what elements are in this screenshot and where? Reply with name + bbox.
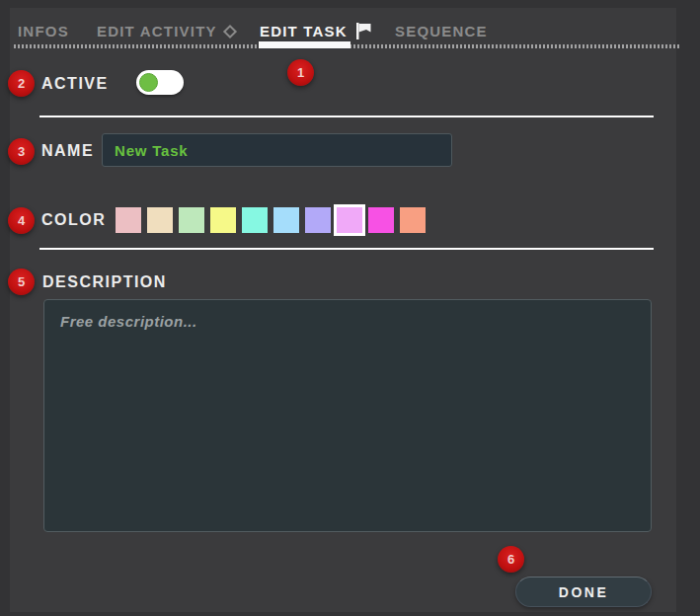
color-swatches bbox=[116, 207, 426, 233]
tab-infos[interactable]: INFOS bbox=[18, 23, 69, 39]
active-tab-underline bbox=[259, 41, 350, 48]
flag-icon bbox=[356, 23, 373, 39]
color-swatch-9[interactable] bbox=[368, 207, 394, 233]
tab-sequence[interactable]: SEQUENCE bbox=[395, 23, 488, 39]
section-divider bbox=[39, 116, 654, 117]
annotation-badge-3: 3 bbox=[8, 138, 35, 165]
annotation-badge-2: 2 bbox=[8, 70, 35, 97]
toggle-knob bbox=[139, 73, 158, 92]
color-swatch-1[interactable] bbox=[116, 207, 141, 233]
color-swatch-6[interactable] bbox=[273, 207, 299, 233]
description-label: DESCRIPTION bbox=[42, 273, 167, 291]
annotation-badge-5: 5 bbox=[8, 269, 35, 295]
name-label: NAME bbox=[41, 142, 94, 160]
description-textarea[interactable] bbox=[43, 299, 652, 532]
annotation-badge-1: 1 bbox=[287, 59, 314, 86]
color-swatch-7[interactable] bbox=[305, 207, 331, 233]
active-toggle[interactable] bbox=[136, 70, 184, 95]
annotation-badge-6: 6 bbox=[498, 546, 524, 573]
edit-task-screen: INFOS EDIT ACTIVITY EDIT TASK SEQUENCE 1… bbox=[0, 0, 700, 616]
done-button[interactable]: DONE bbox=[515, 577, 652, 607]
active-label: ACTIVE bbox=[41, 75, 109, 93]
section-divider bbox=[39, 248, 654, 250]
color-swatch-5[interactable] bbox=[242, 207, 268, 233]
color-swatch-10[interactable] bbox=[400, 207, 426, 233]
color-swatch-4[interactable] bbox=[210, 207, 236, 233]
color-label: COLOR bbox=[41, 211, 106, 229]
tab-edit-task[interactable]: EDIT TASK bbox=[260, 23, 348, 39]
name-input[interactable] bbox=[102, 133, 452, 167]
color-swatch-8[interactable] bbox=[337, 207, 362, 233]
color-swatch-3[interactable] bbox=[179, 207, 204, 233]
annotation-badge-4: 4 bbox=[8, 207, 35, 234]
tab-edit-activity[interactable]: EDIT ACTIVITY bbox=[97, 23, 217, 39]
color-swatch-2[interactable] bbox=[147, 207, 173, 233]
